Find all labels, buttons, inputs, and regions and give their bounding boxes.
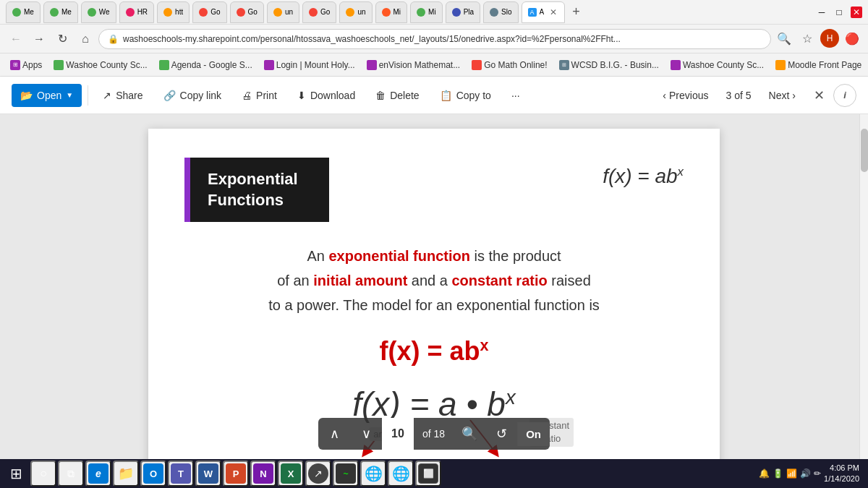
- print-button[interactable]: 🖨 Print: [233, 84, 286, 107]
- taskbar-excel-button[interactable]: X: [278, 461, 304, 487]
- bookmark-login[interactable]: Login | Mount Holy...: [260, 59, 359, 72]
- delete-button[interactable]: 🗑 Delete: [367, 84, 427, 107]
- more-button[interactable]: ···: [503, 84, 529, 107]
- start-button[interactable]: ⊞: [3, 461, 29, 487]
- taskbar-link-button[interactable]: ↗: [305, 461, 331, 487]
- url-text: washoeschools-my.sharepoint.com/personal…: [123, 34, 762, 44]
- taskbar-edge-button[interactable]: e: [85, 461, 111, 487]
- excel-icon: X: [281, 463, 301, 484]
- tab-mi1[interactable]: Mi: [375, 1, 408, 23]
- bookmark-envision[interactable]: enVision Mathemat...: [362, 59, 465, 72]
- pdf-prev-button[interactable]: ∧: [318, 418, 350, 450]
- bookmark-washoe2[interactable]: Washoe County Sc...: [666, 59, 768, 72]
- download-button[interactable]: ⬇ Download: [289, 84, 364, 107]
- bookmark-apps[interactable]: ⊞ Apps: [6, 59, 46, 72]
- bookmark-wcsd[interactable]: ⊞ WCSD B.I.G. - Busin...: [555, 59, 663, 72]
- share-icon: ↗: [103, 90, 111, 101]
- pdf-next-button[interactable]: ∨: [350, 418, 382, 450]
- share-button[interactable]: ↗ Share: [94, 84, 151, 107]
- bookmark-gomath[interactable]: Go Math Online!: [467, 59, 551, 72]
- taskbar-ppt-button[interactable]: P: [223, 461, 249, 487]
- new-tab-button[interactable]: +: [568, 4, 585, 21]
- profile-button[interactable]: H: [820, 29, 839, 48]
- bookmark-moodle[interactable]: Moodle Front Page: [771, 59, 866, 72]
- tab-go3[interactable]: Go: [302, 1, 336, 23]
- address-bar[interactable]: 🔒 washoeschools-my.sharepoint.com/person…: [98, 29, 771, 49]
- copy-link-icon: 🔗: [163, 90, 176, 101]
- copy-to-icon: 📋: [440, 90, 452, 101]
- print-icon: 🖨: [242, 90, 252, 101]
- pdf-rotate-button[interactable]: ↺: [485, 418, 517, 450]
- back-button[interactable]: ←: [6, 29, 26, 49]
- bookmark-washoe[interactable]: Washoe County Sc...: [49, 59, 151, 72]
- tray-network-icon: 📶: [786, 468, 797, 479]
- minimize-button[interactable]: ─: [816, 7, 827, 18]
- tab-un1[interactable]: un: [267, 1, 299, 23]
- tab-un2[interactable]: un: [339, 1, 372, 23]
- download-label: Download: [310, 90, 355, 101]
- open-button[interactable]: 📂 Open ▼: [12, 84, 82, 107]
- taskbar-task-view-button[interactable]: ⧉: [58, 461, 84, 487]
- pdf-page-of: of 18: [414, 428, 454, 440]
- powerpoint-icon: P: [226, 463, 246, 484]
- bookmarks-bar: ⊞ Apps Washoe County Sc... Agenda - Goog…: [0, 53, 868, 77]
- taskbar: ⊞ ○ ⧉ e 📁 O T: [0, 459, 868, 488]
- chrome-icon: 🌐: [363, 463, 383, 484]
- pdf-on-toggle[interactable]: On: [517, 422, 550, 446]
- forward-button[interactable]: →: [29, 29, 49, 49]
- slide-breakdown-area: f(x) = a • bx: [184, 385, 684, 467]
- onenote-icon: N: [253, 463, 273, 484]
- tab-go2[interactable]: Go: [230, 1, 264, 23]
- tab-go1[interactable]: Go: [192, 1, 226, 23]
- favorites-button[interactable]: ☆: [797, 29, 817, 49]
- system-tray-icons: 🔔 🔋 📶 🔊 ✏: [759, 468, 821, 479]
- tab-hr[interactable]: HR: [119, 1, 154, 23]
- previous-chevron-icon: ‹: [663, 90, 666, 101]
- info-button[interactable]: i: [833, 84, 856, 107]
- pdf-zoom-button[interactable]: 🔍: [454, 418, 485, 450]
- taskbar-time-text: 4:06 PM: [824, 463, 859, 474]
- pdf-navigation-overlay: ∧ ∨ of 18 🔍 ↺ On: [318, 418, 550, 450]
- taskbar-word-button[interactable]: W: [195, 461, 221, 487]
- tab-pla[interactable]: Pla: [446, 1, 480, 23]
- tab-mi2[interactable]: Mi: [410, 1, 443, 23]
- bookmark-washoe2-label: Washoe County Sc...: [683, 60, 764, 70]
- home-button[interactable]: ⌂: [75, 29, 95, 49]
- taskbar-teams-button[interactable]: T: [168, 461, 194, 487]
- scrollbar-thumb[interactable]: [861, 129, 868, 172]
- tab-htt[interactable]: htt: [157, 1, 190, 23]
- search-button[interactable]: 🔍: [774, 29, 794, 49]
- copy-to-label: Copy to: [456, 90, 491, 101]
- pdf-page-input[interactable]: [382, 418, 414, 450]
- taskbar-bash-button[interactable]: ~: [333, 461, 359, 487]
- right-scrollbar[interactable]: [859, 114, 868, 488]
- page-count: 3 of 5: [720, 90, 757, 101]
- download-icon: ⬇: [297, 90, 306, 101]
- copy-link-button[interactable]: 🔗 Copy link: [155, 84, 231, 107]
- taskbar-chrome-button[interactable]: 🌐: [360, 461, 386, 487]
- close-preview-button[interactable]: ✕: [807, 84, 830, 107]
- extension-button[interactable]: 🔴: [842, 29, 862, 49]
- chrome2-icon: 🌐: [391, 463, 411, 484]
- next-button[interactable]: Next ›: [760, 84, 804, 107]
- maximize-button[interactable]: □: [833, 7, 845, 18]
- taskbar-explorer-button[interactable]: 📁: [113, 461, 139, 487]
- taskbar-onenote-button[interactable]: N: [250, 461, 276, 487]
- tab-me2[interactable]: Me: [43, 1, 78, 23]
- pdf-next-arrow-icon: ∨: [362, 426, 371, 442]
- bookmark-agenda[interactable]: Agenda - Google S...: [155, 59, 257, 72]
- link-icon: ↗: [308, 463, 328, 484]
- tab-slo[interactable]: Slo: [483, 1, 518, 23]
- tab-we[interactable]: We: [81, 1, 116, 23]
- tab-me1[interactable]: Me: [6, 1, 41, 23]
- reload-button[interactable]: ↻: [52, 29, 72, 49]
- taskbar-outlook-button[interactable]: O: [140, 461, 166, 487]
- copy-to-button[interactable]: 📋 Copy to: [431, 84, 500, 107]
- tab-a-active[interactable]: A A ✕: [522, 1, 565, 23]
- taskbar-chrome2-button[interactable]: 🌐: [388, 461, 414, 487]
- close-window-button[interactable]: ✕: [851, 7, 862, 18]
- tab-close-icon[interactable]: ✕: [550, 7, 557, 17]
- taskbar-snip-button[interactable]: ⬜: [415, 461, 441, 487]
- previous-button[interactable]: ‹ Previous: [654, 84, 717, 107]
- taskbar-search-button[interactable]: ○: [30, 461, 56, 487]
